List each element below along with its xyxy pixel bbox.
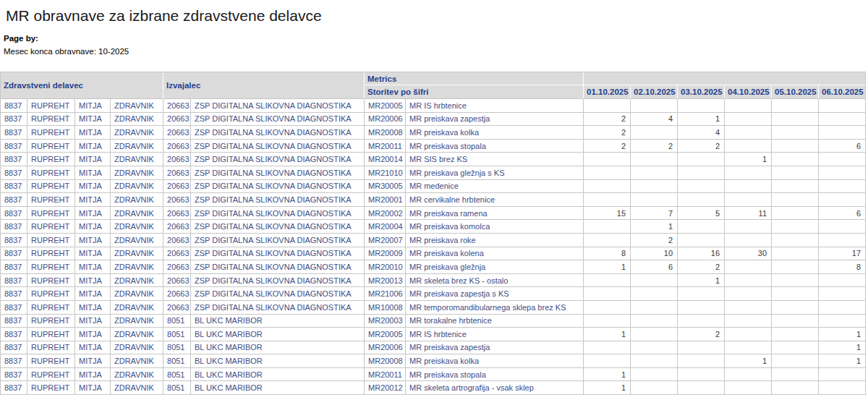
- service-name-cell: MR preiskava gležnja s KS: [406, 166, 584, 180]
- value-cell-date-6: 1: [819, 341, 866, 355]
- value-cell-date-2: [631, 126, 678, 140]
- worker-role-cell: ZDRAVNIK: [111, 207, 163, 221]
- worker-surname-cell: RUPREHT: [27, 247, 75, 261]
- service-code-cell: MR20013: [365, 274, 406, 288]
- value-cell-date-4: [725, 193, 772, 207]
- value-cell-date-4: [725, 126, 772, 140]
- value-cell-date-3: [678, 153, 725, 166]
- table-row: 8837 RUPREHT MITJA ZDRAVNIK 20663 ZSP DI…: [1, 153, 866, 166]
- worker-role-cell: ZDRAVNIK: [111, 234, 163, 247]
- value-cell-date-6: 1: [819, 328, 866, 341]
- worker-role-cell: ZDRAVNIK: [111, 99, 163, 113]
- worker-id-cell: 8837: [1, 247, 27, 261]
- value-cell-date-3: 16: [678, 247, 725, 261]
- value-cell-date-1: [584, 180, 631, 194]
- service-name-cell: MR preiskava stopala: [406, 140, 584, 153]
- service-name-cell: MR preiskava komolca: [406, 220, 584, 234]
- value-cell-date-3: [678, 180, 725, 194]
- column-header-date-1[interactable]: 01.10.2025: [584, 85, 631, 99]
- value-cell-date-5: [772, 99, 819, 113]
- service-name-cell: MR preiskava kolka: [406, 126, 584, 140]
- value-cell-date-1: [584, 341, 631, 355]
- worker-firstname-cell: MITJA: [75, 99, 111, 113]
- header-row-top: Zdravstveni delavec Izvajalec Metrics: [1, 72, 866, 85]
- value-cell-date-6: [819, 368, 866, 382]
- value-cell-date-5: [772, 301, 819, 315]
- page-title: MR obravnave za izbrane zdravstvene dela…: [6, 7, 868, 25]
- worker-id-cell: 8837: [1, 180, 27, 194]
- provider-id-cell: 8051: [163, 368, 191, 382]
- value-cell-date-3: [678, 315, 725, 328]
- worker-role-cell: ZDRAVNIK: [111, 220, 163, 234]
- worker-surname-cell: RUPREHT: [27, 126, 75, 140]
- table-row: 8837 RUPREHT MITJA ZDRAVNIK 20663 ZSP DI…: [1, 247, 866, 261]
- worker-firstname-cell: MITJA: [75, 166, 111, 180]
- worker-firstname-cell: MITJA: [75, 113, 111, 127]
- value-cell-date-5: [772, 126, 819, 140]
- worker-id-cell: 8837: [1, 193, 27, 207]
- value-cell-date-1: [584, 234, 631, 247]
- worker-role-cell: ZDRAVNIK: [111, 126, 163, 140]
- worker-role-cell: ZDRAVNIK: [111, 140, 163, 153]
- value-cell-date-5: [772, 193, 819, 207]
- value-cell-date-2: 2: [631, 140, 678, 153]
- column-header-worker[interactable]: Zdravstveni delavec: [1, 72, 163, 99]
- worker-role-cell: ZDRAVNIK: [111, 260, 163, 274]
- column-header-date-4[interactable]: 04.10.2025: [725, 85, 772, 99]
- value-cell-date-3: [678, 166, 725, 180]
- provider-id-cell: 20663: [163, 113, 191, 127]
- page-by-selector[interactable]: Mesec konca obravnave: 10-2025: [4, 47, 868, 56]
- page-by-label: Page by:: [4, 34, 868, 43]
- value-cell-date-1: [584, 274, 631, 288]
- value-cell-date-1: 1: [584, 368, 631, 382]
- provider-name-cell: ZSP DIGITALNA SLIKOVNA DIAGNOSTIKA: [191, 180, 365, 194]
- column-header-date-3[interactable]: 03.10.2025: [678, 85, 725, 99]
- value-cell-date-6: [819, 381, 866, 395]
- worker-id-cell: 8837: [1, 341, 27, 355]
- value-cell-date-6: [819, 113, 866, 127]
- value-cell-date-2: [631, 153, 678, 166]
- worker-role-cell: ZDRAVNIK: [111, 180, 163, 194]
- worker-id-cell: 8837: [1, 354, 27, 368]
- value-cell-date-5: [772, 140, 819, 153]
- worker-firstname-cell: MITJA: [75, 260, 111, 274]
- value-cell-date-2: [631, 328, 678, 341]
- worker-role-cell: ZDRAVNIK: [111, 301, 163, 315]
- worker-role-cell: ZDRAVNIK: [111, 247, 163, 261]
- table-row: 8837 RUPREHT MITJA ZDRAVNIK 20663 ZSP DI…: [1, 99, 866, 113]
- service-name-cell: MR preiskava kolka: [406, 354, 584, 368]
- value-cell-date-1: [584, 287, 631, 301]
- service-code-cell: MR21006: [365, 287, 406, 301]
- value-cell-date-2: [631, 341, 678, 355]
- worker-role-cell: ZDRAVNIK: [111, 368, 163, 382]
- service-name-cell: MR preiskava stopala: [406, 368, 584, 382]
- worker-firstname-cell: MITJA: [75, 381, 111, 395]
- value-cell-date-2: 2: [631, 234, 678, 247]
- value-cell-date-3: [678, 354, 725, 368]
- worker-id-cell: 8837: [1, 368, 27, 382]
- column-header-date-5[interactable]: 05.10.2025: [772, 85, 819, 99]
- metrics-header: Metrics: [365, 72, 584, 85]
- worker-firstname-cell: MITJA: [75, 193, 111, 207]
- column-header-service[interactable]: Storitev po šifri: [365, 85, 584, 99]
- value-cell-date-5: [772, 247, 819, 261]
- value-cell-date-6: [819, 220, 866, 234]
- value-cell-date-4: [725, 140, 772, 153]
- column-header-provider[interactable]: Izvajalec: [163, 72, 365, 99]
- service-code-cell: MR20011: [365, 368, 406, 382]
- worker-firstname-cell: MITJA: [75, 220, 111, 234]
- value-cell-date-6: 8: [819, 260, 866, 274]
- value-cell-date-3: 2: [678, 260, 725, 274]
- worker-firstname-cell: MITJA: [75, 140, 111, 153]
- column-header-date-2[interactable]: 02.10.2025: [631, 85, 678, 99]
- value-cell-date-3: [678, 368, 725, 382]
- column-header-date-6[interactable]: 06.10.2025: [819, 85, 866, 99]
- value-cell-date-6: [819, 287, 866, 301]
- service-code-cell: MR20002: [365, 207, 406, 221]
- value-cell-date-3: [678, 301, 725, 315]
- value-cell-date-3: [678, 234, 725, 247]
- value-cell-date-3: [678, 99, 725, 113]
- value-cell-date-3: 5: [678, 207, 725, 221]
- table-row: 8837 RUPREHT MITJA ZDRAVNIK 20663 ZSP DI…: [1, 207, 866, 221]
- provider-id-cell: 20663: [163, 99, 191, 113]
